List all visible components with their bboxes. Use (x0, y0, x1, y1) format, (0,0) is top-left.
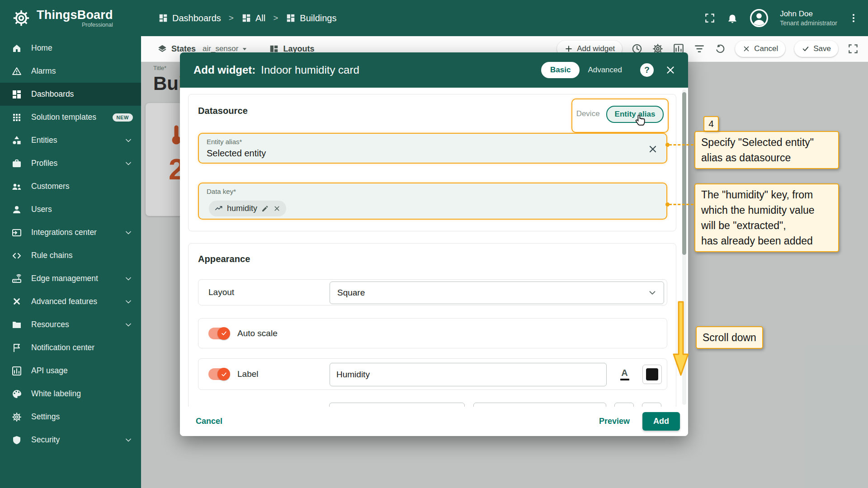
dialog-title: Add widget:Indoor humidity card (193, 64, 359, 76)
datasource-type-device[interactable]: Device (576, 109, 600, 118)
layout-select[interactable]: Square (330, 282, 664, 304)
add-widget-dialog: Add widget:Indoor humidity card Basic Ad… (180, 52, 688, 436)
chevron-down-icon (124, 274, 133, 283)
tab-advanced[interactable]: Advanced (582, 62, 627, 78)
timeseries-icon (214, 204, 223, 213)
preview-button[interactable]: Preview (593, 413, 636, 430)
sidebar-item-profiles[interactable]: Profiles (0, 152, 141, 175)
label-input-wrap (330, 363, 607, 386)
states-value[interactable]: air_sensor (203, 44, 249, 53)
fullscreen-icon[interactable] (704, 12, 716, 24)
chevron-down-icon (124, 136, 133, 145)
data-key-field[interactable]: Data key* humidity (198, 183, 667, 220)
sidebar-item-rule-chains[interactable]: Rule chains (0, 244, 141, 267)
next-row-partial (198, 403, 667, 407)
label-toggle[interactable] (208, 368, 229, 380)
appearance-heading: Appearance (198, 254, 250, 264)
add-button[interactable]: Add (642, 412, 680, 431)
sidebar-item-customers[interactable]: Customers (0, 175, 141, 198)
fullscreen-icon[interactable] (847, 43, 859, 55)
sidebar-item-resources[interactable]: Resources (0, 313, 141, 336)
top-header: Dashboards > All > Buildings John Doe Te… (141, 0, 868, 36)
settings-icon (11, 412, 22, 422)
edit-pencil-icon[interactable] (261, 205, 269, 212)
entity-alias-field[interactable]: Entity alias* Selected entity (198, 133, 667, 164)
sidebar-item-entities[interactable]: Entities (0, 129, 141, 152)
dialog-header: Add widget:Indoor humidity card Basic Ad… (180, 52, 688, 88)
hand-cursor (634, 113, 647, 127)
auto-scale-toggle[interactable] (208, 328, 229, 339)
api-usage-icon (11, 366, 22, 376)
rule-chains-icon (11, 250, 22, 261)
label-color-picker[interactable] (642, 365, 662, 384)
user-info[interactable]: John Doe Tenant administrator (780, 9, 837, 27)
apps-icon (11, 112, 22, 123)
remove-icon[interactable] (273, 205, 281, 212)
chevron-down-icon (647, 288, 657, 298)
callout-scroll-down: Scroll down (696, 326, 763, 349)
font-settings-button[interactable]: A (615, 365, 634, 384)
kebab-menu-icon[interactable] (848, 13, 859, 23)
states-icon (157, 44, 167, 54)
sidebar-item-security[interactable]: Security (0, 428, 141, 451)
sidebar-item-settings[interactable]: Settings (0, 405, 141, 428)
cancel-button[interactable]: Cancel (189, 413, 229, 430)
chevron-down-icon (124, 436, 133, 445)
connector-line (669, 204, 693, 205)
breadcrumb-all[interactable]: All (255, 13, 265, 23)
sidebar-item-edge-management[interactable]: Edge management (0, 267, 141, 290)
datasource-type-toggle: Device Entity alias (571, 99, 669, 133)
close-icon (742, 45, 750, 53)
label-input[interactable] (336, 370, 600, 380)
notifications-bell-icon[interactable] (726, 12, 738, 24)
sidebar-item-dashboards[interactable]: Dashboards (0, 83, 141, 106)
customers-icon (11, 181, 22, 192)
sidebar-item-users[interactable]: Users (0, 198, 141, 221)
chevron-down-icon (124, 228, 133, 237)
help-icon[interactable]: ? (640, 63, 654, 77)
close-icon[interactable] (665, 64, 676, 76)
clear-icon[interactable] (647, 144, 658, 155)
alarm-icon (11, 66, 22, 77)
sidebar-item-api-usage[interactable]: API usage (0, 359, 141, 382)
sidebar-item-advanced-features[interactable]: Advanced features (0, 290, 141, 313)
breadcrumb-buildings[interactable]: Buildings (300, 13, 336, 23)
sidebar-item-notification-center[interactable]: Notification center (0, 336, 141, 359)
caret-down-icon (240, 44, 249, 53)
sidebar: ThingsBoard Professional Home Alarms Das… (0, 0, 141, 488)
resources-icon (11, 319, 22, 330)
dashboard-icon (286, 13, 296, 23)
data-key-chip[interactable]: humidity (209, 201, 286, 216)
sidebar-item-integrations-center[interactable]: Integrations center (0, 221, 141, 244)
plus-icon (564, 44, 573, 53)
layout-row: Layout Square (198, 279, 667, 305)
advanced-icon (11, 296, 22, 307)
breadcrumb-dashboards[interactable]: Dashboards (172, 13, 221, 23)
label-row: Label A (198, 358, 667, 390)
profiles-icon (11, 158, 22, 169)
chevron-down-icon (124, 320, 133, 329)
label-label: Label (237, 369, 259, 379)
sidebar-item-solution-templates[interactable]: Solution templatesNEW (0, 106, 141, 129)
sidebar-item-alarms[interactable]: Alarms (0, 60, 141, 83)
cancel-edit-button[interactable]: Cancel (735, 41, 785, 57)
breadcrumb: Dashboards > All > Buildings (158, 13, 336, 23)
entities-icon (11, 135, 22, 146)
version-history-icon[interactable] (714, 43, 726, 55)
connector-line (669, 144, 693, 145)
avatar[interactable] (749, 8, 769, 28)
data-key-label: Data key* (207, 188, 236, 195)
check-icon (221, 330, 227, 337)
tab-basic[interactable]: Basic (541, 62, 580, 78)
user-name: John Doe (780, 9, 837, 19)
white-labeling-icon (11, 389, 22, 399)
sidebar-item-white-labeling[interactable]: White labeling (0, 382, 141, 405)
app-edition: Professional (37, 22, 113, 28)
app-logo[interactable]: ThingsBoard Professional (0, 0, 141, 36)
new-badge: NEW (113, 113, 133, 122)
notification-icon (11, 343, 22, 353)
modal-scrollbar-thumb[interactable] (682, 92, 686, 255)
save-dashboard-button[interactable]: Save (794, 41, 838, 57)
filters-icon[interactable] (693, 43, 705, 55)
sidebar-item-home[interactable]: Home (0, 37, 141, 60)
